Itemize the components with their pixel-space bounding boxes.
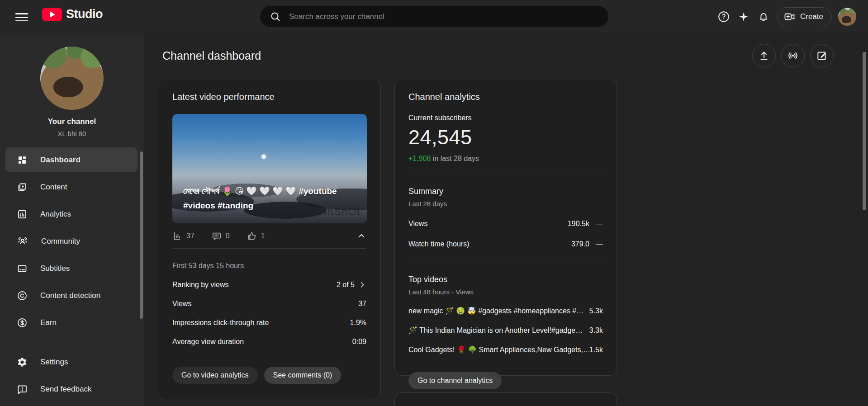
sidebar-item-label: Dashboard bbox=[40, 156, 81, 165]
account-avatar[interactable] bbox=[838, 8, 856, 26]
video-comments-stat: 0 bbox=[212, 231, 230, 241]
create-button[interactable]: Create bbox=[777, 7, 832, 26]
youtube-play-icon bbox=[42, 8, 62, 21]
video-likes-stat: 1 bbox=[247, 231, 265, 241]
search-bar[interactable] bbox=[260, 6, 608, 27]
live-icon bbox=[787, 50, 799, 61]
current-subscribers-label: Current subscribers bbox=[408, 114, 603, 122]
card-divider bbox=[172, 248, 366, 249]
metric-row-views: Views 37 bbox=[172, 300, 366, 308]
sidebar-item-dashboard[interactable]: Dashboard bbox=[5, 147, 138, 172]
upload-videos-button[interactable] bbox=[752, 44, 776, 67]
search-icon bbox=[270, 11, 281, 22]
sidebar-item-settings[interactable]: Settings bbox=[5, 349, 138, 376]
sidebar-item-label: Content detection bbox=[40, 291, 100, 300]
trend-flat-icon: — bbox=[596, 240, 603, 248]
trend-flat-icon: — bbox=[596, 220, 603, 228]
upload-icon bbox=[758, 50, 770, 61]
sidebar-item-label: Send feedback bbox=[40, 385, 91, 394]
top-videos-period: Last 48 hours · Views bbox=[408, 288, 603, 296]
latest-video-performance-card: Latest video performance মেঘের সৌন্দর্য … bbox=[158, 79, 381, 399]
chevron-right-icon bbox=[358, 281, 366, 289]
notifications-bell-icon[interactable] bbox=[754, 7, 773, 27]
sidebar-item-content-detection[interactable]: Content detection bbox=[5, 282, 138, 309]
copyright-icon bbox=[17, 290, 28, 301]
sidebar-item-analytics[interactable]: Analytics bbox=[5, 201, 138, 228]
main-content: Channel dashboard Latest video performan… bbox=[144, 33, 868, 406]
metric-row-ctr: Impressions click-through rate 1.9% bbox=[172, 319, 366, 327]
sidebar-item-label: Earn bbox=[40, 318, 57, 327]
card-divider bbox=[408, 173, 603, 173]
sidebar-item-label: Analytics bbox=[40, 210, 71, 219]
card-divider bbox=[408, 261, 603, 261]
subtitles-icon bbox=[17, 263, 28, 274]
metric-row-ranking[interactable]: Ranking by views 2 of 5 bbox=[172, 281, 366, 289]
sidebar-scrollbar[interactable] bbox=[140, 151, 143, 319]
sidebar-item-community[interactable]: Community bbox=[5, 228, 138, 255]
edit-pencil-icon bbox=[816, 50, 828, 61]
see-comments-button[interactable]: See comments (0) bbox=[264, 367, 342, 384]
sidebar-item-content[interactable]: Content bbox=[5, 174, 138, 201]
sparkle-icon[interactable] bbox=[734, 7, 754, 27]
sidebar-menu: Dashboard Content Analytics Community Su… bbox=[0, 147, 144, 403]
thumbs-up-icon bbox=[247, 231, 257, 241]
channel-analytics-card: Channel analytics Current subscribers 24… bbox=[394, 79, 617, 376]
channel-avatar[interactable] bbox=[40, 47, 104, 110]
comment-icon bbox=[212, 231, 222, 241]
latest-video-card-title: Latest video performance bbox=[172, 92, 366, 102]
create-video-icon bbox=[784, 11, 796, 23]
latest-video-thumbnail[interactable]: মেঘের সৌন্দর্য 🌷 😘 🤍 🤍 🤍 🤍 #youtube #vid… bbox=[172, 114, 367, 223]
video-views-stat: 37 bbox=[172, 231, 194, 241]
search-input[interactable] bbox=[289, 12, 560, 21]
sidebar-item-label: Community bbox=[41, 237, 80, 246]
help-icon[interactable] bbox=[714, 7, 734, 27]
gear-icon bbox=[17, 357, 28, 368]
metric-row-avd: Average view duration 0:09 bbox=[172, 338, 366, 346]
sidebar-item-send-feedback[interactable]: Send feedback bbox=[5, 376, 138, 403]
sidebar-item-subtitles[interactable]: Subtitles bbox=[5, 255, 138, 282]
top-video-row[interactable]: 🪄 This Indian Magician is on Another Lev… bbox=[408, 326, 603, 335]
inshot-watermark: InShOt bbox=[324, 206, 360, 218]
bar-chart-icon bbox=[172, 231, 182, 241]
summary-row-views: Views 190.5k— bbox=[408, 220, 603, 228]
summary-title: Summary bbox=[408, 187, 603, 196]
subscriber-count: 24,545 bbox=[408, 126, 603, 149]
sidebar-item-label: Content bbox=[40, 183, 67, 192]
go-to-video-analytics-button[interactable]: Go to video analytics bbox=[172, 367, 258, 384]
summary-period: Last 28 days bbox=[408, 200, 603, 208]
next-card-partial bbox=[394, 392, 617, 406]
youtube-studio-logo[interactable]: Studio bbox=[42, 7, 103, 21]
collapse-chevron-up-icon[interactable] bbox=[356, 231, 366, 241]
channel-analytics-title: Channel analytics bbox=[408, 92, 603, 102]
edit-button[interactable] bbox=[810, 44, 834, 67]
hamburger-menu-icon[interactable] bbox=[15, 11, 28, 22]
subscriber-delta: +1,908 in last 28 days bbox=[408, 155, 603, 163]
video-age: First 53 days 15 hours bbox=[172, 262, 366, 270]
dashboard-icon bbox=[17, 155, 28, 165]
channel-title: Your channel bbox=[0, 117, 144, 126]
topbar: Studio Create bbox=[0, 0, 868, 33]
top-videos-title: Top videos bbox=[408, 275, 603, 284]
sidebar-item-label: Subtitles bbox=[40, 264, 70, 273]
studio-logo-text: Studio bbox=[66, 7, 103, 21]
go-live-button[interactable] bbox=[781, 44, 805, 67]
sidebar-item-label: Settings bbox=[40, 358, 68, 367]
create-button-label: Create bbox=[800, 12, 823, 21]
sidebar-divider bbox=[0, 343, 144, 343]
main-scrollbar[interactable] bbox=[863, 52, 866, 210]
dollar-icon bbox=[17, 317, 28, 328]
channel-name: XL bhi 80 bbox=[0, 130, 144, 137]
feedback-icon bbox=[17, 384, 28, 395]
go-to-channel-analytics-button[interactable]: Go to channel analytics bbox=[408, 372, 502, 389]
top-video-row[interactable]: new magic 🪄 🤢 🤯 #gadgests #homeappliance… bbox=[408, 307, 603, 315]
sidebar: Your channel XL bhi 80 Dashboard Content… bbox=[0, 33, 144, 406]
summary-row-watch-time: Watch time (hours) 379.0— bbox=[408, 240, 603, 248]
top-video-row[interactable]: Cool Gadgets! 🌹 🌳 Smart Appliances,New G… bbox=[408, 345, 603, 354]
sidebar-item-earn[interactable]: Earn bbox=[5, 309, 138, 336]
content-icon bbox=[17, 182, 28, 193]
community-icon bbox=[17, 236, 28, 247]
analytics-icon bbox=[17, 209, 28, 220]
page-title: Channel dashboard bbox=[162, 49, 261, 62]
